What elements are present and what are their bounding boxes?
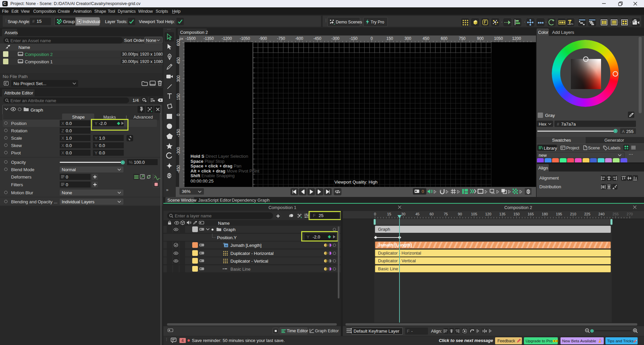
svg-text:JS: JS xyxy=(224,244,227,247)
